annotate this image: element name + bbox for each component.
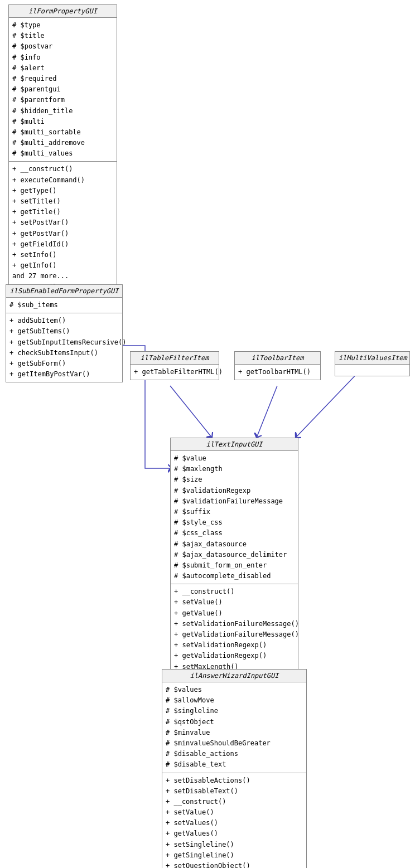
il-answer-wizard-input-gui-box: ilAnswerWizardInputGUI # $values # $allo… (162, 669, 307, 868)
il-text-input-gui-box: ilTextInputGUI # $value # $maxlength # $… (170, 438, 298, 707)
il-table-filter-item-methods: + getTableFilterHTML() (131, 365, 219, 380)
il-text-input-gui-title: ilTextInputGUI (171, 438, 298, 451)
il-form-property-gui-fields: # $type # $title # $postvar # $info # $a… (9, 18, 117, 162)
il-form-property-gui-title: ilFormPropertyGUI (9, 5, 117, 18)
il-multi-values-item-title: ilMultiValuesItem (335, 352, 409, 365)
svg-line-1 (170, 386, 212, 438)
il-text-input-gui-fields: # $value # $maxlength # $size # $validat… (171, 451, 298, 584)
il-form-property-gui-box: ilFormPropertyGUI # $type # $title # $po… (8, 4, 117, 306)
il-answer-wizard-input-gui-fields: # $values # $allowMove # $singleline # $… (162, 682, 306, 773)
il-table-filter-item-title: ilTableFilterItem (131, 352, 219, 365)
il-sub-enabled-fields: # $sub_items (6, 298, 122, 313)
diagram-container: ilFormPropertyGUI # $type # $title # $po… (0, 0, 415, 868)
il-toolbar-item-methods: + getToolbarHTML() (235, 365, 320, 380)
il-table-filter-item-box: ilTableFilterItem + getTableFilterHTML() (130, 351, 219, 380)
svg-line-3 (296, 371, 360, 438)
svg-line-2 (257, 386, 277, 438)
il-toolbar-item-box: ilToolbarItem + getToolbarHTML() (234, 351, 321, 380)
il-sub-enabled-form-property-gui-box: ilSubEnabledFormPropertyGUI # $sub_items… (6, 284, 123, 382)
il-sub-enabled-title: ilSubEnabledFormPropertyGUI (6, 285, 122, 298)
il-toolbar-item-title: ilToolbarItem (235, 352, 320, 365)
il-multi-values-item-box: ilMultiValuesItem (335, 351, 410, 376)
il-sub-enabled-methods: + addSubItem() + getSubItems() + getSubI… (6, 313, 122, 382)
il-multi-values-item-methods (335, 365, 409, 376)
il-answer-wizard-input-gui-title: ilAnswerWizardInputGUI (162, 670, 306, 682)
il-answer-wizard-input-gui-methods: + setDisableActions() + setDisableText()… (162, 773, 306, 869)
